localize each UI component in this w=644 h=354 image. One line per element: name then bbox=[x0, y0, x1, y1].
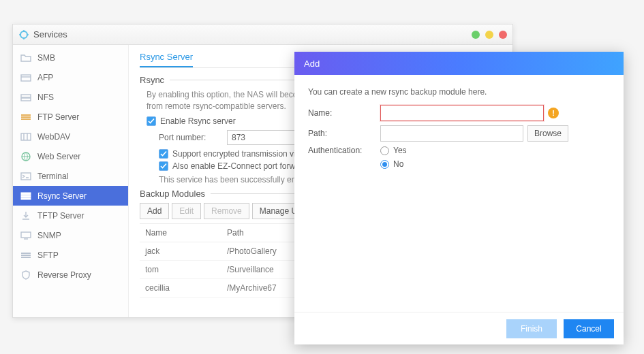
dialog-title[interactable]: Add bbox=[294, 52, 624, 75]
sidebar-item-label: SMB bbox=[37, 53, 55, 63]
sidebar-item-snmp[interactable]: SNMP bbox=[13, 225, 128, 245]
radio-icon bbox=[380, 146, 389, 155]
sidebar-item-label: Reverse Proxy bbox=[37, 270, 91, 280]
window-title: Services bbox=[33, 29, 67, 39]
window-close-icon[interactable] bbox=[499, 31, 507, 39]
folder-icon bbox=[20, 53, 32, 63]
check-icon bbox=[147, 116, 156, 126]
titlebar[interactable]: Services bbox=[13, 25, 512, 45]
services-icon bbox=[18, 29, 29, 40]
sidebar-item-label: SFTP bbox=[37, 251, 59, 260]
name-label: Name: bbox=[308, 108, 380, 118]
globe-icon bbox=[20, 152, 32, 161]
svg-rect-4 bbox=[21, 133, 31, 140]
cancel-button[interactable]: Cancel bbox=[564, 319, 614, 338]
sidebar-item-label: Terminal bbox=[37, 172, 68, 181]
check-icon bbox=[159, 149, 168, 159]
sidebar-item-reverse-proxy[interactable]: Reverse Proxy bbox=[13, 265, 128, 285]
auth-label: Authentication: bbox=[308, 146, 380, 155]
bars-icon bbox=[20, 191, 32, 201]
sidebar-item-label: NFS bbox=[37, 93, 54, 102]
path-label: Path: bbox=[308, 129, 380, 138]
svg-rect-6 bbox=[21, 173, 31, 180]
sidebar-item-web-server[interactable]: Web Server bbox=[13, 146, 128, 166]
sidebar-item-label: SNMP bbox=[37, 231, 61, 240]
radio-label: No bbox=[393, 159, 403, 169]
svg-rect-7 bbox=[21, 193, 31, 195]
shield-icon bbox=[20, 270, 32, 280]
columns-icon bbox=[20, 132, 32, 142]
error-icon: ! bbox=[548, 108, 559, 118]
sidebar-item-label: Rsync Server bbox=[37, 191, 87, 201]
browse-button[interactable]: Browse bbox=[527, 125, 568, 142]
sidebar-item-label: AFP bbox=[37, 73, 53, 82]
port-input[interactable] bbox=[227, 130, 295, 145]
sidebar-item-sftp[interactable]: SFTP bbox=[13, 245, 128, 265]
drive-icon bbox=[20, 93, 32, 102]
auth-radio-no[interactable]: No bbox=[380, 159, 407, 169]
window-min-icon[interactable] bbox=[472, 31, 480, 39]
cell-name: jack bbox=[140, 242, 221, 260]
add-dialog: Add You can create a new rsync backup mo… bbox=[294, 52, 624, 344]
stack-icon bbox=[20, 112, 32, 122]
section-modules-title: Backup Modules bbox=[140, 189, 205, 199]
svg-rect-3 bbox=[21, 98, 31, 101]
sidebar-item-terminal[interactable]: Terminal bbox=[13, 166, 128, 186]
lock-stack-icon bbox=[20, 251, 32, 260]
section-rsync-title: Rsync bbox=[140, 75, 164, 85]
sidebar-item-webdav[interactable]: WebDAV bbox=[13, 127, 128, 146]
finish-button[interactable]: Finish bbox=[506, 319, 557, 338]
col-name-header[interactable]: Name bbox=[140, 224, 221, 242]
sidebar-item-nfs[interactable]: NFS bbox=[13, 87, 128, 107]
enable-rsync-label: Enable Rsync server bbox=[160, 116, 236, 126]
svg-rect-2 bbox=[21, 95, 31, 97]
monitor-icon bbox=[20, 231, 32, 240]
sidebar-item-smb[interactable]: SMB bbox=[13, 48, 128, 67]
tab-rsync-server[interactable]: Rsync Server bbox=[140, 52, 193, 67]
sidebar-item-label: Web Server bbox=[37, 152, 80, 161]
svg-rect-1 bbox=[21, 75, 31, 81]
cell-name: cecillia bbox=[140, 279, 221, 297]
svg-rect-8 bbox=[21, 195, 31, 197]
sidebar-item-label: TFTP Server bbox=[37, 211, 84, 221]
sidebar-item-label: FTP Server bbox=[37, 112, 79, 122]
auth-radio-yes[interactable]: Yes bbox=[380, 146, 407, 155]
sidebar-item-tftp-server[interactable]: TFTP Server bbox=[13, 206, 128, 225]
sidebar-item-rsync-server[interactable]: Rsync Server bbox=[13, 186, 128, 206]
port-label: Port number: bbox=[159, 133, 227, 142]
sidebar: SMBAFPNFSFTP ServerWebDAVWeb ServerTermi… bbox=[13, 45, 129, 317]
check-icon bbox=[159, 161, 168, 171]
sidebar-item-ftp-server[interactable]: FTP Server bbox=[13, 107, 128, 127]
remove-button[interactable]: Remove bbox=[204, 203, 249, 219]
folder-dash-icon bbox=[20, 73, 32, 82]
svg-point-0 bbox=[20, 31, 27, 38]
dialog-desc: You can create a new rsync backup module… bbox=[308, 87, 610, 97]
edit-button[interactable]: Edit bbox=[172, 203, 201, 219]
name-input[interactable] bbox=[380, 105, 544, 121]
window-max-icon[interactable] bbox=[485, 31, 493, 39]
download-icon bbox=[20, 211, 32, 221]
terminal-icon bbox=[20, 172, 32, 181]
radio-icon bbox=[380, 160, 389, 169]
cell-name: tom bbox=[140, 261, 221, 278]
radio-label: Yes bbox=[393, 146, 407, 155]
sidebar-item-afp[interactable]: AFP bbox=[13, 67, 128, 87]
add-button[interactable]: Add bbox=[140, 203, 169, 219]
svg-rect-10 bbox=[21, 232, 31, 238]
svg-rect-9 bbox=[21, 198, 31, 199]
path-input[interactable] bbox=[380, 125, 523, 142]
sidebar-item-label: WebDAV bbox=[37, 132, 70, 142]
